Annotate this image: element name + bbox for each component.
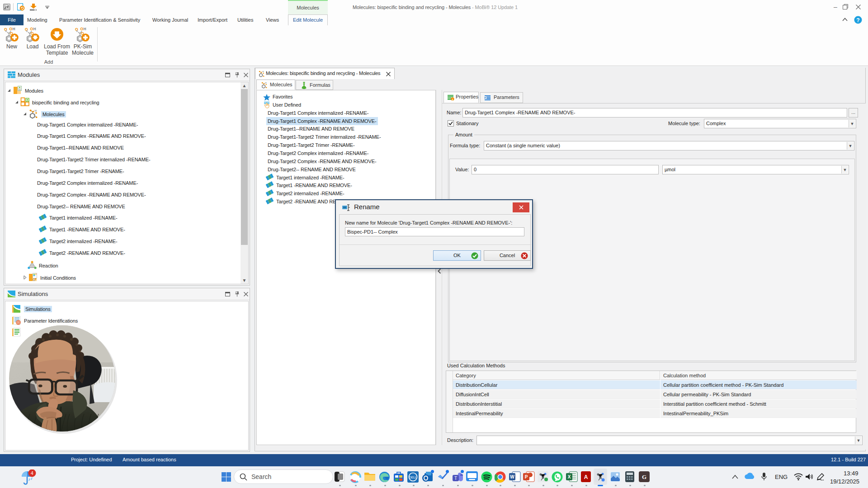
- svg-text:W: W: [510, 474, 514, 479]
- svg-text:G: G: [642, 474, 646, 480]
- svg-text:H: H: [35, 273, 37, 276]
- svg-text:H: H: [265, 82, 266, 84]
- svg-text:P: P: [525, 474, 528, 479]
- svg-text:X: X: [568, 474, 571, 479]
- svg-text:DELL: DELL: [409, 476, 417, 479]
- svg-text:H: H: [262, 70, 264, 73]
- svg-text:4: 4: [31, 470, 33, 476]
- svg-text:H: H: [35, 109, 37, 112]
- svg-text:A: A: [584, 474, 588, 480]
- svg-text:T: T: [454, 476, 457, 481]
- svg-text:?: ?: [856, 17, 859, 23]
- svg-text:i: i: [452, 98, 453, 101]
